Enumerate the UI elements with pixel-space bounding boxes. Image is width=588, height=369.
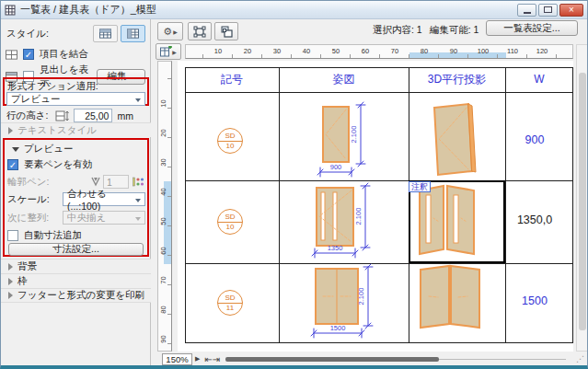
row-height-label: 行の高さ: [6,110,48,122]
chevron-down-icon [135,98,141,102]
table-grid-line [186,180,572,181]
merge-items-checkbox[interactable]: ✓ [23,49,34,60]
zoom-level-button[interactable]: 150% [162,353,192,365]
w-value-row1[interactable]: 900 [508,133,561,146]
dimension-settings-button[interactable]: 寸法設定... [8,243,144,256]
table-style-icon [99,29,111,39]
resize-grip-icon[interactable]: ⋰ [576,354,585,363]
minimize-icon [524,12,531,14]
format-options-select[interactable]: プレビュー [6,92,145,106]
preview-settings-highlight-box: プレビュー ✓ 要素ペンを有効 輪郭ペン: 1 スケール: 合わせる (...:… [3,138,149,257]
schedule-window: 一覧表 / 建具表（ドア）_模型 × スタイル: ✓ 項目を結合 [0,0,588,369]
v-ruler-number: 70 [159,276,167,283]
horizontal-scrollbar-thumb[interactable] [225,357,439,362]
vertical-scrollbar[interactable] [576,44,588,352]
v-ruler-number: 30 [159,158,167,166]
selection-status: 選択内容: 1 編集可能: 1 [373,24,483,37]
footer-section-header[interactable]: フッターと形式の変更を印刷 [1,288,151,303]
minimize-button[interactable] [517,4,536,17]
copy-cell-format-button[interactable] [214,22,238,40]
annotation-tag[interactable]: 注釈 [409,181,431,192]
door-symbol-sd11[interactable]: SD11 [217,290,243,316]
merge-rows-icon [6,50,17,60]
selected-cell[interactable] [409,180,505,263]
collapsed-arrow-icon [8,292,13,299]
close-button[interactable]: × [559,4,583,17]
scale-select[interactable]: 合わせる (...:100) [63,192,145,206]
v-ruler-number: 20 [159,129,167,136]
auto-dimension-checkbox[interactable] [7,230,18,241]
frame-section-header[interactable]: 枠 [1,273,151,288]
table-style-selected-icon [127,29,139,39]
vertical-ruler: 102030405060708090 [157,61,172,352]
style-grid-button[interactable] [121,25,145,42]
schedule-settings-button[interactable]: 一覧表設定... [486,20,578,36]
merge-items-label: 項目を結合 [40,48,88,61]
frame-section-label: 枠 [17,275,28,288]
table-grid-line [505,68,506,342]
background-section-header[interactable]: 背景 [1,259,151,273]
column-header-symbol[interactable]: 記号 [185,67,279,91]
horizontal-scrollbar[interactable] [225,356,566,363]
menu-arrow-icon: ▶ [172,49,177,55]
ruler-ticks [189,54,573,58]
door-symbol-sd10[interactable]: SD10 [217,128,243,154]
align-select[interactable]: 中央揃え [63,211,145,225]
fit-width-icon[interactable]: ⇤⇥ [204,354,220,364]
chevron-down-icon [135,217,141,221]
align-label: 次に整列: [7,212,49,225]
options-menu-button[interactable]: ⚙ ▶ [157,22,183,40]
column-header-elevation[interactable]: 姿図 [279,67,409,91]
column-header-w[interactable]: W [505,67,573,91]
chevron-down-icon [135,199,141,202]
close-icon: × [569,5,574,15]
element-pen-label: 要素ペンを有効 [24,158,92,171]
horizontal-ruler: 102030405060708090100110120 [185,44,573,59]
titlebar: 一覧表 / 建具表（ドア）_模型 × [1,1,587,19]
collapsed-arrow-icon [8,127,13,134]
settings-sidebar: スタイル: ✓ 項目を結合 見出しを表示 編集... 形 [1,19,151,366]
vertical-scrollbar-thumb[interactable] [579,73,586,330]
format-options-label: 形式オプション適用: [7,80,98,93]
w-value-row3[interactable]: 1500 [508,294,561,307]
insert-field-button[interactable]: ▶ [156,43,181,60]
table-grid-line [186,263,572,264]
v-ruler-number: 80 [159,306,167,313]
window-controls: × [515,4,583,17]
window-title: 一覧表 / 建具表（ドア）_模型 [20,3,156,17]
v-ruler-number: 90 [159,335,167,342]
style-compact-button[interactable] [93,25,118,42]
gear-icon: ⚙ [163,26,172,38]
v-ruler-number: 50 [159,217,167,225]
maximize-button[interactable] [538,4,558,17]
w-value-row2[interactable]: 1350,0 [508,213,561,226]
row-height-input[interactable]: 25,00 [74,109,112,122]
collapsed-arrow-icon [8,278,13,285]
text-style-section-label: テキストスタイル [17,124,97,137]
statusbar: 150% ▶ ⇤⇥ [152,352,576,366]
menu-arrow-icon: ▶ [173,29,178,35]
column-header-3d[interactable]: 3D平行投影 [409,67,505,91]
select-cells-icon [193,26,206,38]
maximize-icon [544,6,552,13]
v-ruler-number: 40 [159,188,167,195]
door-symbol-sd10-2[interactable]: SD10 [217,209,243,235]
duplicate-cells-icon [220,26,233,38]
preview-section-label: プレビュー [24,143,73,156]
pen-icon [91,177,100,187]
collapsed-arrow-icon [8,263,13,271]
preview-section-header[interactable]: プレビュー [12,143,73,156]
schedule-canvas[interactable]: 記号 姿図 3D平行投影 W SD10 SD10 SD11 900 1350,0… [178,61,573,352]
element-pen-checkbox[interactable]: ✓ [7,159,18,170]
v-ruler-number: 10 [159,99,167,107]
editable-count: 編集可能: 1 [430,24,479,37]
schedule-main-area: ⚙ ▶ 選択内容: 1 編集可能: 1 一覧表設定... ▶ 102030405… [152,19,588,366]
schedule-window-icon [5,5,16,16]
table-grid-line [186,92,572,93]
select-cell-range-button[interactable] [188,22,212,40]
selection-count: 選択内容: 1 [373,24,422,37]
text-style-section-header[interactable]: テキストスタイル [1,122,151,137]
table-grid-line [279,68,280,342]
row-height-unit: mm [117,110,133,121]
zoom-menu-arrow-icon[interactable]: ▶ [195,355,200,363]
